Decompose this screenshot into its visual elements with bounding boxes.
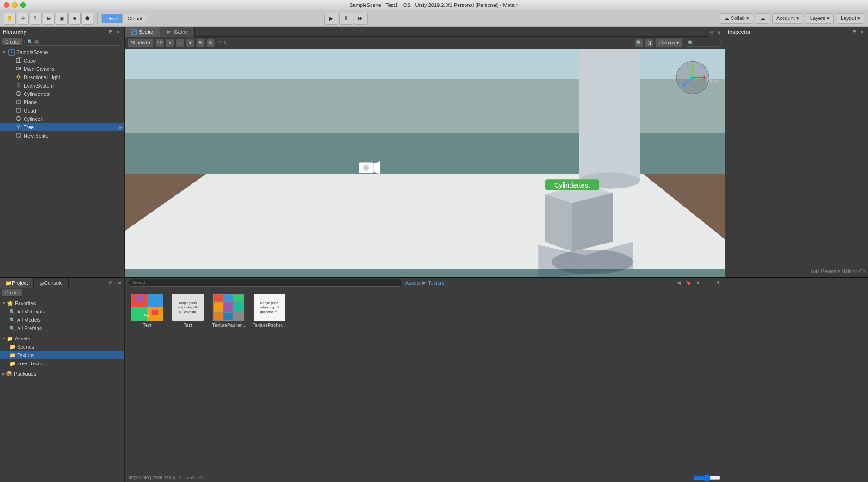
tree-item-all-materials[interactable]: 🔍 All Materials [0, 307, 124, 316]
tree-item-favorites[interactable]: ▼ ⭐ Favorites [0, 299, 124, 307]
pause-button[interactable]: ⏸ [339, 13, 353, 25]
layout-button[interactable]: Layout ▾ [837, 13, 864, 24]
gizmos-button[interactable]: Gizmos ▾ [655, 38, 683, 48]
hierarchy-lock-icon[interactable]: ⊟ [107, 29, 114, 35]
tree-item-plane[interactable]: Plane [0, 98, 124, 106]
asset-item-test2[interactable]: Neque portaadipiscing elitqui dolorum. T… [169, 292, 206, 330]
tree-item-new-sprite[interactable]: New Sprite [0, 131, 124, 140]
svg-rect-66 [136, 296, 143, 302]
2d-toggle[interactable]: 2D [155, 39, 164, 47]
tree-item-eventsystem[interactable]: EventSystem [0, 81, 124, 90]
scene-menu-icon[interactable]: ≡ [716, 29, 723, 36]
hidden-objects-toggle[interactable]: 👁 [196, 39, 205, 47]
svg-point-51 [364, 166, 368, 170]
tree-item-cylinder[interactable]: Cylinder [0, 115, 124, 123]
asset-item-test1[interactable]: flags Test [129, 292, 166, 330]
tree-item-tree[interactable]: Tree ▶ [0, 123, 124, 131]
global-option[interactable]: Global [123, 14, 147, 23]
account-button[interactable]: Account ▾ [772, 13, 803, 24]
bookmark-icon[interactable]: 🔖 [684, 279, 693, 287]
transform-tool-button[interactable]: ⊕ [68, 13, 81, 25]
hierarchy-search-field[interactable]: 🔍 All [24, 38, 123, 46]
scene-search-icon[interactable]: 🔍 [635, 39, 643, 47]
svg-rect-42 [579, 49, 640, 181]
play-button[interactable]: ▶ [324, 13, 338, 25]
scale-tool-button[interactable]: ⊞ [43, 13, 55, 25]
svg-rect-74 [223, 302, 232, 311]
tree-item-scenes[interactable]: 📁 Scenes [0, 343, 124, 351]
tree-item-tree-texture[interactable]: 📁 Tree_Textur... [0, 359, 124, 368]
tree-item-cube[interactable]: Cube [0, 56, 124, 65]
sprite-icon [16, 132, 22, 139]
lighting-toggle[interactable]: ☀ [166, 39, 174, 47]
assets-path-link[interactable]: Assets [405, 280, 421, 286]
tab-console[interactable]: ▤ Console [34, 278, 68, 288]
asset-item-texpack2[interactable]: Neque portaadipiscing elitqui dolorum. T… [251, 292, 288, 330]
tree-item-cylindertest[interactable]: Cylindertest [0, 90, 124, 98]
center-panel: Scene Game ⊟ ≡ Shaded ▾ [125, 27, 725, 277]
close-button[interactable] [4, 2, 9, 8]
game-tab-icon [167, 29, 172, 35]
tree-item-all-prefabs[interactable]: 🔍 All Prefabs [0, 324, 124, 332]
grid-toggle[interactable]: ⊞ [206, 39, 215, 47]
project-lock-icon[interactable]: ⊟ [107, 279, 114, 286]
gizmos-label: Gizmos [659, 40, 675, 45]
collab-label: Collab ▾ [731, 15, 749, 21]
layers-icon[interactable]: ◨ [645, 39, 653, 47]
tree-item-assets[interactable]: ▼ 📁 Assets [0, 334, 124, 343]
svg-point-16 [17, 94, 20, 96]
rotate-tool-button[interactable]: ↻ [30, 13, 42, 25]
tree-item-quad[interactable]: Quad [0, 106, 124, 115]
tool-buttons: ✋ ✛ ↻ ⊞ ▣ ⊕ ⬟ [4, 13, 93, 25]
project-tabs-spacer [69, 278, 106, 288]
full-layout: Hierarchy ⊟ ≡ Create 🔍 All ▼ [0, 27, 868, 482]
tab-game[interactable]: Game [160, 27, 195, 37]
layers-button[interactable]: Layers ▾ [806, 13, 834, 24]
hand-tool-button[interactable]: ✋ [4, 13, 16, 25]
tree-item-main-camera[interactable]: Main Camera [0, 65, 124, 73]
fx-toggle[interactable]: ✦ [186, 39, 194, 47]
asset-thumbnail-texpack1 [212, 294, 245, 321]
hierarchy-menu-icon[interactable]: ≡ [115, 29, 122, 35]
inspector-menu-icon[interactable]: ≡ [859, 29, 865, 35]
cloud-button[interactable]: ☁ [756, 13, 769, 24]
tree-item-packages[interactable]: ▶ 📦 Packages [0, 369, 124, 378]
tree-item-texture[interactable]: 📁 Texture [0, 351, 124, 359]
tab-scene[interactable]: Scene [125, 27, 160, 37]
star-filter-icon[interactable]: ★ [694, 279, 702, 287]
traffic-lights [4, 2, 26, 8]
maximize-button[interactable] [20, 2, 26, 8]
tree-icon [16, 124, 22, 131]
expand-arrow-icon: ▼ [2, 50, 7, 55]
project-tabs: 📁 Project ▤ Console ⊟ ≡ [0, 278, 124, 288]
shading-dropdown[interactable]: Shaded ▾ [128, 38, 154, 48]
asset-thumbnail-test2: Neque portaadipiscing elitqui dolorum. [172, 294, 204, 321]
svg-point-22 [17, 119, 20, 121]
move-tool-button[interactable]: ✛ [17, 13, 29, 25]
hierarchy-create-button[interactable]: Create [2, 38, 22, 46]
tree-item-all-models[interactable]: 🔍 All Models [0, 316, 124, 324]
tree-item-directional-light[interactable]: Directional Light [0, 73, 124, 81]
tree-item-samplescene[interactable]: ▼ SampleScene [0, 48, 124, 56]
asset-search-input[interactable] [128, 279, 403, 287]
zoom-slider[interactable] [693, 475, 721, 481]
collapse-icon[interactable]: ◀ [675, 279, 683, 287]
project-menu-icon[interactable]: ≡ [117, 279, 123, 286]
asset-item-texpack1[interactable]: TexturePacker... [210, 292, 247, 330]
minimize-button[interactable] [12, 2, 18, 8]
console-tab-icon: ▤ [39, 280, 44, 286]
step-button[interactable]: ⏭ [354, 13, 368, 25]
cylindertest-icon [16, 91, 22, 97]
inspector-lock-icon[interactable]: ⊟ [851, 29, 857, 35]
pivot-option[interactable]: Pivot [102, 14, 123, 23]
tab-project[interactable]: 📁 Project [0, 278, 34, 288]
collab-button[interactable]: ☁ Collab ▾ [720, 13, 753, 24]
project-create-button[interactable]: Create [2, 289, 22, 297]
custom-tool-button[interactable]: ⬟ [81, 13, 93, 25]
scene-all-search[interactable]: 🔍 Cylindertest [685, 39, 722, 47]
asset-menu-icon[interactable]: ≡ [704, 279, 712, 287]
audio-toggle[interactable]: ♪ [176, 39, 184, 47]
texture-path-link[interactable]: Texture [428, 280, 445, 286]
rect-tool-button[interactable]: ▣ [56, 13, 68, 25]
scene-lock-icon[interactable]: ⊟ [708, 29, 714, 36]
